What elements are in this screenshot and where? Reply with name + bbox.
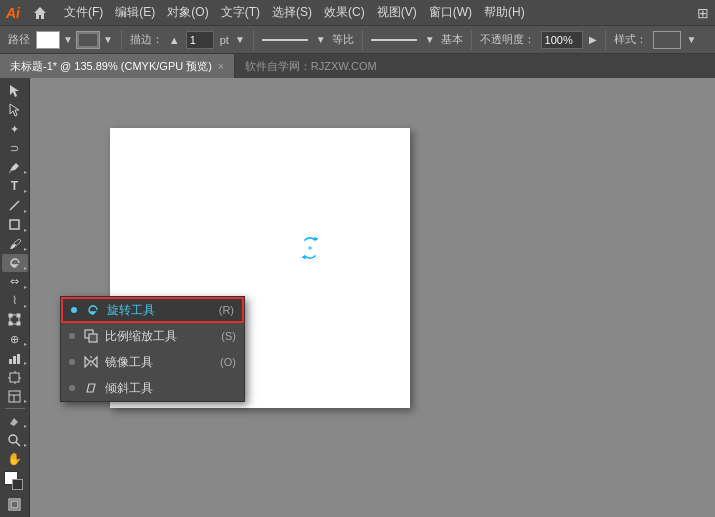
toolbar-separator	[5, 408, 25, 409]
opacity-input[interactable]	[541, 31, 583, 49]
tab-title: 未标题-1* @ 135.89% (CMYK/GPU 预览)	[10, 59, 212, 74]
svg-rect-31	[89, 334, 97, 342]
inactive-dot-reflect	[69, 359, 75, 365]
lasso-tool-btn[interactable]: ⊃	[2, 139, 28, 157]
fill-swatch-area[interactable]: ▼ ▼	[36, 31, 113, 49]
zoom-tool-btn[interactable]: ▸	[2, 431, 28, 449]
rotate-icon	[85, 302, 101, 318]
reflect-tool-shortcut: (O)	[220, 356, 236, 368]
shear-tool-menu-item[interactable]: 倾斜工具	[61, 375, 244, 401]
stroke-color-swatch[interactable]	[76, 31, 100, 49]
svg-rect-3	[10, 220, 19, 229]
menu-view[interactable]: 视图(V)	[371, 2, 423, 23]
rotate-tool-btn[interactable]: ▸	[2, 254, 28, 272]
direct-selection-tool-btn[interactable]	[2, 101, 28, 119]
base-label: 基本	[441, 32, 463, 47]
rotate-tool-label: 旋转工具	[107, 302, 213, 319]
menu-window[interactable]: 窗口(W)	[423, 2, 478, 23]
ratio-label: 等比	[332, 32, 354, 47]
free-transform-tool-btn[interactable]	[2, 311, 28, 329]
reflect-tool-label: 镜像工具	[105, 354, 214, 371]
stroke-unit: pt	[220, 34, 229, 46]
svg-rect-9	[17, 322, 20, 325]
scale-icon	[83, 328, 99, 344]
fill-stroke-btn[interactable]	[2, 469, 28, 494]
active-document-tab[interactable]: 未标题-1* @ 135.89% (CMYK/GPU 预览) ×	[0, 54, 235, 79]
canvas-area: 旋转工具 (R) 比例缩放工具 (S)	[30, 78, 715, 517]
variable-width-style[interactable]	[371, 33, 421, 47]
menu-select[interactable]: 选择(S)	[266, 2, 318, 23]
screen-mode-btn[interactable]	[2, 495, 28, 513]
main-area: ✦ ⊃ ▸ T ▸ ▸ ▸ 🖌 ▸	[0, 78, 715, 517]
type-tool-btn[interactable]: T ▸	[2, 177, 28, 195]
menu-help[interactable]: 帮助(H)	[478, 2, 531, 23]
svg-rect-13	[10, 373, 19, 382]
rotate-cursor-indicator	[295, 233, 325, 263]
paintbrush-tool-btn[interactable]: 🖌 ▸	[2, 235, 28, 253]
opacity-right-arrow[interactable]: ▶	[589, 34, 597, 45]
svg-marker-32	[85, 357, 90, 367]
stroke-swatch-dropdown-arrow[interactable]: ▼	[103, 34, 113, 45]
magic-wand-tool-btn[interactable]: ✦	[2, 120, 28, 138]
menu-edit[interactable]: 编辑(E)	[109, 2, 161, 23]
active-indicator-dot	[71, 307, 77, 313]
warp-tool-btn[interactable]: ⌇ ▸	[2, 292, 28, 310]
stroke-style-dropdown[interactable]: ▼	[316, 34, 326, 45]
symbol-sprayer-tool-btn[interactable]: ⊕ ▸	[2, 330, 28, 348]
fill-dropdown-arrow[interactable]: ▼	[63, 34, 73, 45]
style-label: 样式：	[614, 32, 647, 47]
svg-rect-7	[17, 314, 20, 317]
tool-flyout-menu: 旋转工具 (R) 比例缩放工具 (S)	[60, 296, 245, 402]
width-tool-btn[interactable]: ⇔ ▸	[2, 273, 28, 291]
pen-tool-btn[interactable]: ▸	[2, 158, 28, 176]
variable-width-dropdown[interactable]: ▼	[425, 34, 435, 45]
svg-point-21	[9, 435, 17, 443]
opacity-label: 不透明度：	[480, 32, 535, 47]
scale-tool-menu-item[interactable]: 比例缩放工具 (S)	[61, 323, 244, 349]
path-label: 路径	[8, 32, 30, 47]
style-dropdown[interactable]: ▼	[687, 34, 697, 45]
eraser-tool-btn[interactable]: ▸	[2, 412, 28, 430]
options-bar: 路径 ▼ ▼ 描边： ▲ pt ▼ ▼ 等比 ▼ 基本 不透明度： ▶ 样式： …	[0, 25, 715, 53]
svg-rect-10	[9, 359, 12, 364]
menu-bar: 文件(F) 编辑(E) 对象(O) 文字(T) 选择(S) 效果(C) 视图(V…	[58, 2, 697, 23]
variable-width-area: ▼	[371, 33, 435, 47]
reflect-tool-menu-item[interactable]: 镜像工具 (O)	[61, 349, 244, 375]
inactive-dot-scale	[69, 333, 75, 339]
slice-tool-btn[interactable]: ▸	[2, 387, 28, 405]
line-segment-tool-btn[interactable]: ▸	[2, 196, 28, 214]
workspace-switcher-icon[interactable]: ⊞	[697, 5, 709, 21]
menu-object[interactable]: 对象(O)	[161, 2, 214, 23]
scale-tool-label: 比例缩放工具	[105, 328, 215, 345]
rotate-tool-menu-item[interactable]: 旋转工具 (R)	[61, 297, 244, 323]
column-graph-tool-btn[interactable]: ▸	[2, 349, 28, 367]
home-icon[interactable]	[30, 3, 50, 23]
menu-effect[interactable]: 效果(C)	[318, 2, 371, 23]
menu-file[interactable]: 文件(F)	[58, 2, 109, 23]
selection-tool-btn[interactable]	[2, 82, 28, 100]
svg-line-22	[16, 442, 20, 446]
left-toolbar: ✦ ⊃ ▸ T ▸ ▸ ▸ 🖌 ▸	[0, 78, 30, 517]
fill-color-swatch[interactable]	[36, 31, 60, 49]
inactive-dot-shear	[69, 385, 75, 391]
stroke-style-area: ▼	[262, 33, 326, 47]
rectangle-tool-btn[interactable]: ▸	[2, 216, 28, 234]
stroke-line-style[interactable]	[262, 33, 312, 47]
svg-marker-34	[92, 357, 97, 367]
tab-close-button[interactable]: ×	[218, 61, 224, 72]
stroke-label: 描边：	[130, 32, 163, 47]
stroke-unit-dropdown[interactable]: ▼	[235, 34, 245, 45]
svg-rect-24	[11, 501, 18, 508]
style-swatch[interactable]	[653, 31, 681, 49]
tab-bar: 未标题-1* @ 135.89% (CMYK/GPU 预览) × 软件自学网：R…	[0, 53, 715, 78]
svg-rect-11	[13, 356, 16, 364]
watermark-text: 软件自学网：RJZXW.COM	[245, 59, 377, 74]
svg-rect-12	[17, 354, 20, 364]
stroke-width-input[interactable]	[186, 31, 214, 49]
artboard-tool-btn[interactable]	[2, 368, 28, 386]
svg-rect-1	[80, 35, 96, 45]
menu-text[interactable]: 文字(T)	[215, 2, 266, 23]
hand-tool-btn[interactable]: ✋	[2, 450, 28, 468]
stroke-up-arrow[interactable]: ▲	[169, 34, 180, 46]
shear-tool-label: 倾斜工具	[105, 380, 230, 397]
